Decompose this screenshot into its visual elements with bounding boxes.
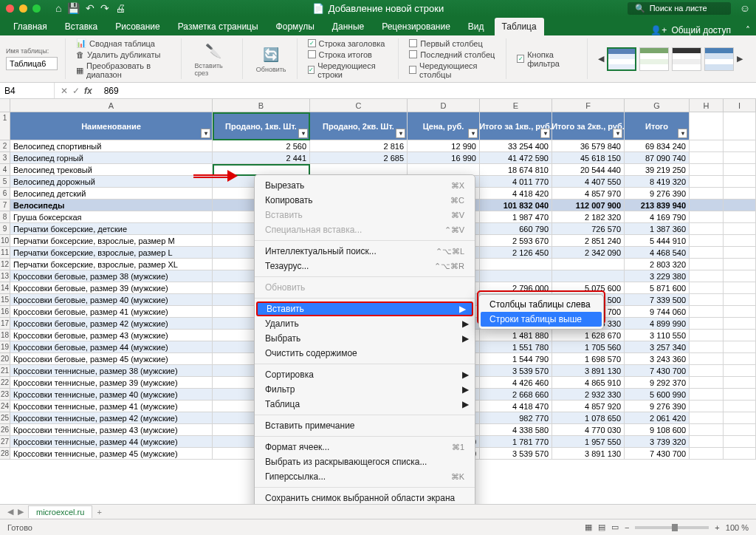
cell[interactable]: 3 539 570 <box>480 365 552 377</box>
cell[interactable] <box>480 270 552 282</box>
cell[interactable]: Перчатки боксерские, взрослые, размер M <box>10 235 213 247</box>
filter-icon[interactable]: ▾ <box>540 129 550 138</box>
cell[interactable]: 3 739 320 <box>625 436 690 448</box>
ctx-filter[interactable]: Фильтр▶ <box>255 382 475 397</box>
table-header[interactable]: Итого за 1кв., руб.▾ <box>480 112 552 140</box>
row-header-15[interactable]: 15 <box>0 294 10 306</box>
cell[interactable]: Велосипед детский <box>10 188 213 200</box>
cell[interactable]: 4 857 920 <box>552 401 625 412</box>
table-name-input[interactable] <box>6 57 58 70</box>
fx-icon[interactable]: fx <box>84 86 92 96</box>
row-header-16[interactable]: 16 <box>0 306 10 318</box>
stripe-rows-check[interactable]: ✓Чередующиеся строки <box>308 61 391 79</box>
cell[interactable]: 36 579 840 <box>552 140 625 152</box>
empty-cell[interactable] <box>724 200 756 211</box>
tab-Формулы[interactable]: Формулы <box>269 18 322 35</box>
empty-cell[interactable] <box>724 259 756 270</box>
cell[interactable]: 7 430 700 <box>625 365 690 377</box>
empty-cell[interactable] <box>724 176 756 188</box>
col-header-F[interactable]: F <box>552 99 625 112</box>
table-header[interactable]: Наименование▾ <box>10 112 213 140</box>
col-header-B[interactable]: B <box>213 99 310 112</box>
empty-cell[interactable] <box>690 401 724 412</box>
cell[interactable]: 2 803 320 <box>625 259 690 270</box>
table-header[interactable]: Итого▾ <box>625 112 690 140</box>
empty-cell[interactable] <box>724 164 756 176</box>
cell[interactable]: Велосипед спортивный <box>10 140 213 152</box>
empty-cell[interactable] <box>690 211 724 223</box>
table-style-2[interactable] <box>639 47 669 71</box>
cell[interactable]: 2 932 330 <box>552 389 625 401</box>
home-icon[interactable]: ⌂ <box>55 2 61 14</box>
cell[interactable]: 33 254 400 <box>480 140 552 152</box>
empty-cell[interactable] <box>690 389 724 401</box>
cell[interactable]: Перчатки боксерские, взрослые, размер L <box>10 247 213 259</box>
table-style-1[interactable] <box>607 47 636 71</box>
pivot-button[interactable]: 📊Сводная таблица <box>76 38 155 48</box>
row-header-26[interactable]: 26 <box>0 424 10 436</box>
tab-Данные[interactable]: Данные <box>325 18 371 35</box>
ribbon-collapse-icon[interactable]: ˄ <box>746 25 750 35</box>
cell[interactable] <box>552 270 625 282</box>
cell[interactable]: 1 987 470 <box>480 211 552 223</box>
cell[interactable]: 1 705 560 <box>552 341 625 353</box>
empty-cell[interactable] <box>690 188 724 200</box>
cell[interactable]: 2 685 <box>310 152 408 164</box>
cell[interactable]: 2 816 <box>310 140 408 152</box>
cell[interactable]: 2 061 420 <box>625 412 690 424</box>
empty-cell[interactable] <box>724 188 756 200</box>
cell[interactable]: Перчатки боксерские, детские <box>10 223 213 235</box>
row-header-1[interactable]: 1 <box>0 112 10 140</box>
col-header-H[interactable]: H <box>690 99 724 112</box>
empty-cell[interactable] <box>690 112 724 140</box>
empty-cell[interactable] <box>690 259 724 270</box>
cell[interactable]: 5 600 990 <box>625 389 690 401</box>
name-box[interactable]: B4 <box>0 83 55 98</box>
cell[interactable]: 3 243 360 <box>625 353 690 365</box>
row-header-22[interactable]: 22 <box>0 377 10 389</box>
cell[interactable]: 4 011 770 <box>480 176 552 188</box>
last-col-check[interactable]: Последний столбец <box>409 50 495 59</box>
ctx-smart-lookup[interactable]: Интеллектуальный поиск...⌃⌥⌘L <box>255 244 475 259</box>
header-row-check[interactable]: ✓Строка заголовка <box>308 39 385 48</box>
row-header-5[interactable]: 5 <box>0 176 10 188</box>
cell[interactable]: 1 957 550 <box>552 436 625 448</box>
row-header-23[interactable]: 23 <box>0 389 10 401</box>
view-normal-icon[interactable]: ▦ <box>585 522 592 532</box>
empty-cell[interactable] <box>690 294 724 306</box>
tab-Рецензирование[interactable]: Рецензирование <box>374 18 458 35</box>
ctx-table[interactable]: Таблица▶ <box>255 397 475 412</box>
row-header-19[interactable]: 19 <box>0 341 10 353</box>
cell[interactable]: Кроссовки беговые, размер 45 (мужские) <box>10 353 213 365</box>
cell[interactable]: 1 781 770 <box>480 436 552 448</box>
empty-cell[interactable] <box>724 294 756 306</box>
formula-input[interactable]: 869 <box>98 86 125 96</box>
cell[interactable]: 1 551 780 <box>480 341 552 353</box>
cell[interactable]: 4 770 030 <box>552 424 625 436</box>
cell[interactable]: 5 444 910 <box>625 235 690 247</box>
empty-cell[interactable] <box>724 341 756 353</box>
cell[interactable]: 660 790 <box>480 223 552 235</box>
row-header-21[interactable]: 21 <box>0 365 10 377</box>
cell[interactable]: 2 796 000 <box>480 282 552 294</box>
cell[interactable]: Кроссовки беговые, размер 38 (мужские) <box>10 270 213 282</box>
total-row-check[interactable]: Строка итогов <box>308 50 372 59</box>
cell[interactable]: 101 832 040 <box>480 200 552 211</box>
filter-icon[interactable]: ▾ <box>396 129 405 138</box>
ctx-insert[interactable]: Вставить▶ <box>256 301 473 316</box>
cell[interactable]: Кроссовки беговые, размер 39 (мужские) <box>10 282 213 294</box>
row-header-24[interactable]: 24 <box>0 401 10 412</box>
empty-cell[interactable] <box>690 424 724 436</box>
col-header-G[interactable]: G <box>625 99 690 112</box>
remove-dup-button[interactable]: 🗑Удалить дубликаты <box>76 50 160 59</box>
cell[interactable]: 2 851 240 <box>552 235 625 247</box>
row-header-18[interactable]: 18 <box>0 330 10 341</box>
empty-cell[interactable] <box>724 401 756 412</box>
cell[interactable]: 1 628 670 <box>552 330 625 341</box>
ctx-sort[interactable]: Сортировка▶ <box>255 367 475 382</box>
tab-first-icon[interactable]: ◀ <box>7 507 13 517</box>
ctx-cut[interactable]: Вырезать⌘X <box>255 178 475 193</box>
col-header-I[interactable]: I <box>724 99 756 112</box>
ctx-screenshot[interactable]: Сохранить снимок выбранной области экран… <box>255 491 475 505</box>
cell[interactable]: Кроссовки беговые, размер 42 (мужские) <box>10 318 213 330</box>
